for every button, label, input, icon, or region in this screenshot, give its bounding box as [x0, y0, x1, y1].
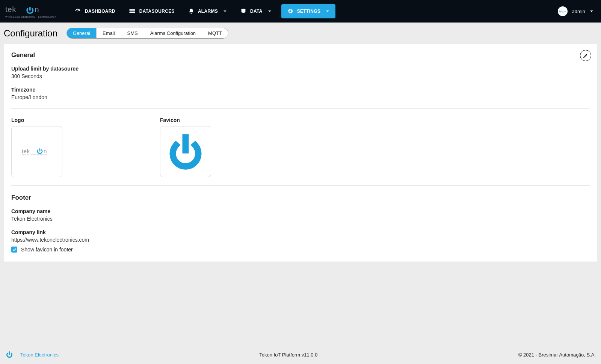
chevron-down-icon: [590, 9, 593, 13]
timezone-label: Timezone: [11, 87, 590, 93]
bell-icon: [188, 8, 194, 15]
page-title: Configuration: [4, 28, 57, 39]
tekon-logo-icon: tek n: [5, 5, 46, 15]
nav-settings[interactable]: SETTINGS: [281, 4, 335, 18]
settings-panel: General Upload limit by datasource 300 S…: [4, 44, 597, 262]
svg-rect-2: [129, 9, 135, 11]
footer-bar: Tekon Electronics Tekon IoT Platform v11…: [0, 345, 601, 364]
tab-mqtt[interactable]: MQTT: [202, 28, 228, 38]
chevron-down-icon: [223, 9, 227, 13]
tab-alarms-configuration[interactable]: Alarms Configuration: [144, 28, 202, 38]
upload-limit-value: 300 Seconds: [11, 73, 590, 79]
logo-label: Logo: [11, 117, 62, 123]
pencil-icon: [583, 53, 588, 58]
tab-email[interactable]: Email: [97, 28, 121, 38]
timezone-value: Europe/London: [11, 94, 590, 100]
check-icon: [12, 248, 17, 252]
power-icon: [166, 132, 205, 171]
company-name-value: Tekon Electronics: [11, 216, 590, 222]
show-favicon-checkbox-row: Show favicon in footer: [11, 247, 590, 253]
nav-alarms-label: ALARMS: [198, 9, 218, 14]
footer-copyright: © 2021 - Bresimar Automação, S.A.: [518, 352, 596, 358]
company-name-label: Company name: [11, 208, 590, 214]
favicon-label: Favicon: [160, 117, 211, 123]
edit-button[interactable]: [580, 50, 591, 61]
tabs: General Email SMS Alarms Configuration M…: [66, 28, 228, 39]
svg-text:tek: tek: [5, 5, 16, 14]
svg-text:tek: tek: [22, 148, 30, 154]
section-footer-heading: Footer: [11, 194, 590, 202]
database-icon: [240, 8, 246, 15]
company-link-value: https://www.tekonelectronics.com: [11, 237, 590, 243]
top-nav: tek n WIRELESS SENSORS TECHNOLOGY DASHBO…: [0, 0, 601, 23]
tab-general[interactable]: General: [67, 28, 97, 38]
divider: [11, 185, 590, 186]
section-general-heading: General: [11, 51, 590, 59]
brand-tagline: WIRELESS SENSORS TECHNOLOGY: [5, 15, 56, 18]
gear-icon: [287, 8, 293, 14]
user-menu[interactable]: tekon admin: [558, 6, 597, 16]
show-favicon-label: Show favicon in footer: [21, 247, 73, 253]
footer-version: Tekon IoT Platform v11.0.0: [59, 352, 518, 358]
nav-datasources-label: DATASOURCES: [139, 9, 175, 14]
nav-dashboard-label: DASHBOARD: [85, 9, 115, 14]
power-icon: [5, 350, 14, 359]
divider: [11, 108, 590, 109]
upload-limit-label: Upload limit by datasource: [11, 66, 590, 72]
datasources-icon: [129, 8, 136, 14]
username-label: admin: [572, 9, 585, 14]
nav-dashboard[interactable]: DASHBOARD: [68, 0, 122, 23]
nav-settings-label: SETTINGS: [297, 9, 320, 14]
avatar: tekon: [558, 6, 568, 16]
chevron-down-icon: [268, 9, 272, 13]
svg-text:n: n: [44, 148, 47, 154]
logo-preview: tek n WIRELESS SENSORS TECHNOLOGY: [11, 126, 62, 177]
company-link-label: Company link: [11, 229, 590, 235]
subheader: Configuration General Email SMS Alarms C…: [0, 23, 601, 41]
favicon-preview: [160, 126, 211, 177]
nav-items: DASHBOARD DATASOURCES ALARMS DATA: [68, 0, 338, 23]
show-favicon-checkbox[interactable]: [11, 247, 17, 253]
brand-logo[interactable]: tek n WIRELESS SENSORS TECHNOLOGY: [4, 5, 60, 18]
svg-rect-3: [129, 12, 135, 13]
tekon-logo-icon: tek n WIRELESS SENSORS TECHNOLOGY: [22, 142, 52, 161]
nav-data-label: DATA: [250, 9, 263, 14]
nav-alarms[interactable]: ALARMS: [181, 0, 234, 23]
footer-company-link[interactable]: Tekon Electronics: [20, 352, 59, 358]
chevron-down-icon: [326, 9, 329, 13]
tab-sms[interactable]: SMS: [121, 28, 144, 38]
svg-text:WIRELESS SENSORS TECHNOLOGY: WIRELESS SENSORS TECHNOLOGY: [22, 154, 47, 156]
nav-data[interactable]: DATA: [234, 0, 278, 23]
svg-text:n: n: [35, 5, 39, 14]
dashboard-icon: [74, 8, 81, 15]
nav-datasources[interactable]: DATASOURCES: [122, 0, 181, 23]
